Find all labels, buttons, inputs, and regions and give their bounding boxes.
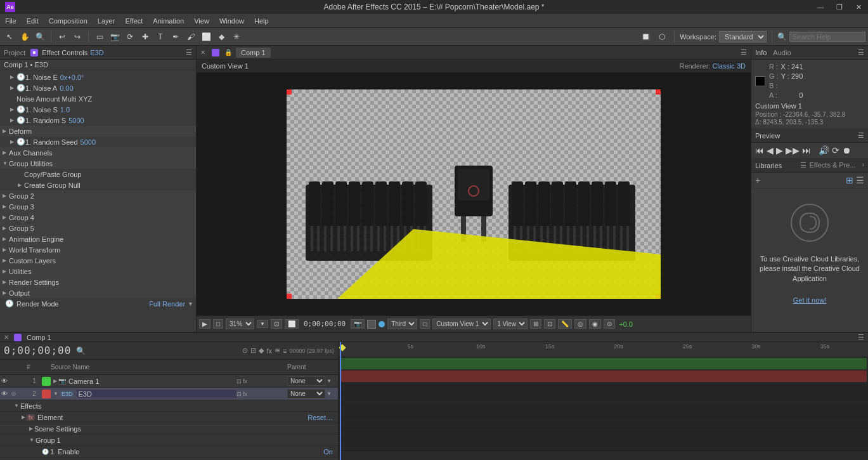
menu-animation[interactable]: Animation [148,14,189,28]
layer-fx-camera[interactable]: fx [243,378,247,384]
effects-presets-tab[interactable]: Effects & Pre... [809,161,855,169]
parent-select-e3d[interactable]: None [287,389,325,398]
sub-effects[interactable]: ▼ Effects [0,400,338,412]
close-button[interactable]: ✕ [849,0,868,14]
tree-item-create-group-null[interactable]: ▶ Create Group Null [0,180,196,190]
tree-item-animation-engine[interactable]: ▶ Animation Engine [0,233,196,244]
toolbar-redo[interactable]: ↪ [70,30,84,44]
tree-item-copy-paste-group[interactable]: ▶ Copy/Paste Group [0,169,196,180]
tl-layer-expr[interactable]: fx [266,346,272,355]
element-reset-btn[interactable]: Reset [308,414,326,421]
toolbar-text[interactable]: T [153,30,167,44]
vp-3d-axes-btn[interactable]: ⊡ [544,319,555,329]
tree-item-noise-amount[interactable]: ▶ Noise Amount Multi XYZ [0,93,196,104]
vp-snap-btn[interactable]: ⬜ [285,319,299,329]
audio-tab[interactable]: Audio [773,49,791,56]
layer-switches-e3d[interactable]: ⊡ [236,391,242,397]
toolbar-undo[interactable]: ↩ [55,30,69,44]
toolbar-orbit[interactable]: ⟳ [123,30,137,44]
toolbar-pan[interactable]: ✚ [138,30,152,44]
panel-menu-btn[interactable]: ☰ [186,48,192,56]
menu-edit[interactable]: Edit [22,14,44,28]
vp-channel-btn[interactable]: □ [420,319,430,329]
sub-group1[interactable]: ▼ Group 1 [0,435,338,446]
effects-expand[interactable]: ▼ [13,403,20,409]
tl-layer-solo[interactable]: ⊡ [250,346,256,355]
menu-composition[interactable]: Composition [44,14,93,28]
composition-tab[interactable]: Comp 1 [236,48,271,58]
libs-panel-menu[interactable]: ☰ [800,161,806,169]
toolbar-eraser[interactable]: ⬜ [199,30,213,44]
menu-window[interactable]: Window [214,14,249,28]
toolbar-shape[interactable]: ◆ [214,30,228,44]
vp-grid-btn[interactable]: ⊞ [530,319,541,329]
tl-layer-motion[interactable]: ≋ [275,346,280,355]
tree-item-noise-a[interactable]: ▶ 🕐 1. Noise A 0.00 [0,82,196,93]
layer-row-e3d[interactable]: 👁 ◎ 2 ▼ E3D E3D ⊡ fx None ▼ [0,388,338,400]
layer-row-camera[interactable]: 👁 1 ▶ 📷 Camera 1 ⊡ fx None ▼ [0,375,338,388]
menu-help[interactable]: Help [249,14,274,28]
tree-item-noise-e[interactable]: ▶ 🕐 1. Noise E 0x+0.0° [0,72,196,82]
comp-panel-menu-btn[interactable]: ☰ [741,48,747,56]
sub-enable[interactable]: ▶ 🕐 1. Enable On [0,446,338,457]
layer-solo-e3d[interactable]: ◎ [9,391,18,397]
menu-layer[interactable]: Layer [93,14,120,28]
tree-item-render-settings[interactable]: ▶ Render Settings [0,277,196,287]
vp-view-select[interactable]: Third [387,319,417,329]
prev-last-btn[interactable]: ⏭ [802,145,811,155]
prev-forward-btn[interactable]: ▶▶ [786,145,800,155]
tree-item-render-mode[interactable]: 🕐 Render Mode Full Render ▼ [0,298,196,309]
toolbar-snap[interactable]: 🔲 [638,30,652,44]
viewport[interactable] [197,72,751,315]
vp-color-btn[interactable] [367,320,376,329]
prev-audio-btn[interactable]: 🔊 [819,145,829,155]
libraries-tab[interactable]: Libraries [755,162,782,169]
toolbar-zoom-tool[interactable]: 🔍 [33,30,47,44]
grid-view-icon[interactable]: ⊞ [846,175,853,185]
tl-layer-menu[interactable]: ⊙ [242,346,248,355]
minimize-button[interactable]: — [811,0,830,14]
vp-views-select[interactable]: 1 View [493,319,528,329]
toolbar-brush[interactable]: 🖌 [184,30,198,44]
tree-item-group4[interactable]: ▶ Group 4 [0,212,196,223]
prev-back-btn[interactable]: ◀ [767,145,774,155]
tl-panel-menu[interactable]: ☰ [858,333,864,341]
tree-item-output[interactable]: ▶ Output [0,287,196,298]
element-expand[interactable]: ▶ [20,414,27,420]
toolbar-puppet[interactable]: ✳ [230,30,243,44]
vp-resolution-btn[interactable]: □ [213,319,223,329]
vp-mask-btn[interactable]: ◎ [574,319,586,329]
parent-select-camera[interactable]: None [287,376,325,386]
timecode-search-btn[interactable]: 🔍 [76,346,86,355]
tl-comp-tab[interactable]: Comp 1 [27,334,51,341]
vp-camera-icon[interactable]: 📷 [351,319,365,329]
tree-item-deform[interactable]: ▶ Deform [0,126,196,136]
vp-zoom-dropdown[interactable]: ▼ [257,320,268,328]
tree-item-aux-channels[interactable]: ▶ Aux Channels [0,147,196,158]
tl-layer-comment[interactable]: ≡ [283,346,287,355]
vp-fit-btn[interactable]: ⊡ [271,319,282,329]
vp-rulers-btn[interactable]: 📏 [558,319,572,329]
toolbar-rect[interactable]: ▭ [93,30,107,44]
workspace-select[interactable]: Standard [719,31,767,43]
menu-effect[interactable]: Effect [120,14,148,28]
tree-item-utilities[interactable]: ▶ Utilities [0,266,196,277]
vp-motion-blur-btn[interactable]: ◉ [589,319,601,329]
prev-play-btn[interactable]: ▶ [776,145,783,155]
tree-item-group2[interactable]: ▶ Group 2 [0,190,196,201]
tl-close[interactable]: ✕ [4,334,9,341]
sub-particle-replicator[interactable]: ▶ Particle Replicator [0,457,338,460]
prev-loop-btn[interactable]: ⟳ [832,145,839,155]
sub-element[interactable]: ▶ fx Element Reset … [0,412,338,423]
menu-file[interactable]: File [0,14,22,28]
tree-item-group3[interactable]: ▶ Group 3 [0,201,196,212]
tree-item-custom-layers[interactable]: ▶ Custom Layers [0,255,196,266]
layer-eye-camera[interactable]: 👁 [0,378,9,384]
menu-view[interactable]: View [189,14,214,28]
info-panel-menu[interactable]: ☰ [858,48,864,56]
group1-expand[interactable]: ▼ [28,437,36,443]
tree-item-random-seed[interactable]: ▶ 🕐 1. Random Seed 5000 [0,136,196,147]
vp-zoom-select[interactable]: 31% [226,319,254,329]
toolbar-hand-tool[interactable]: ✋ [18,30,32,44]
list-view-icon[interactable]: ☰ [856,175,864,185]
